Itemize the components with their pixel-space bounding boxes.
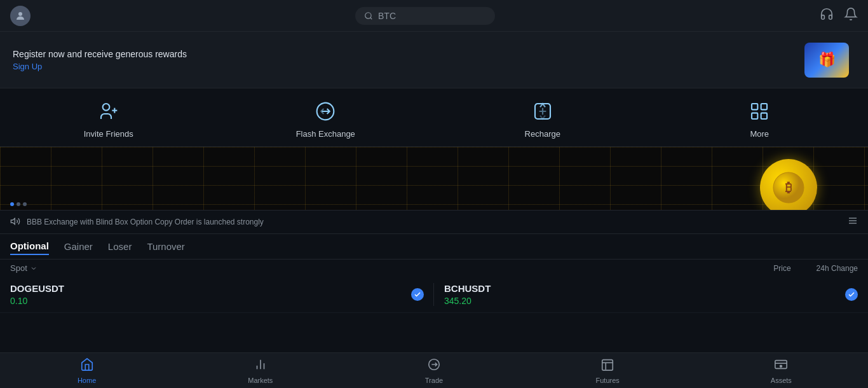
- svg-rect-9: [761, 104, 767, 109]
- marquee-bar: BBB Exchange with Blind Box Option Copy …: [0, 211, 868, 234]
- market-price: 0.10: [10, 296, 64, 306]
- more-label: More: [750, 129, 769, 139]
- dot-2: [17, 202, 20, 206]
- headset-icon[interactable]: [820, 7, 834, 24]
- action-recharge[interactable]: Recharge: [492, 99, 593, 139]
- svg-point-1: [365, 12, 371, 18]
- search-bar[interactable]: [355, 7, 495, 25]
- banner-decoration: 🎁: [804, 43, 849, 78]
- more-icon: [747, 99, 772, 124]
- change-header: 24h Change: [817, 264, 858, 273]
- bell-icon[interactable]: [844, 7, 858, 24]
- svg-rect-22: [602, 359, 613, 370]
- dot-indicators: [10, 202, 27, 206]
- speaker-icon: [10, 216, 20, 228]
- nav-right: [820, 7, 858, 24]
- check-badge: [845, 288, 858, 301]
- search-icon: [364, 11, 373, 20]
- bottom-navigation: Home Markets Trade Futures: [0, 352, 868, 388]
- spot-label: Spot: [10, 263, 27, 273]
- chevron-down-icon: [30, 265, 37, 272]
- column-headers: Price 24h Change: [773, 264, 858, 273]
- assets-label: Assets: [771, 377, 792, 384]
- search-input[interactable]: [378, 11, 480, 21]
- banner-image: 🎁: [798, 41, 855, 79]
- svg-text:₿: ₿: [785, 181, 792, 195]
- market-name: DOGEUSDT: [10, 283, 64, 294]
- markets-label: Markets: [248, 377, 273, 384]
- nav-left: [10, 6, 31, 26]
- marquee-text: BBB Exchange with Blind Box Option Copy …: [27, 218, 841, 226]
- bottom-nav-futures[interactable]: Futures: [585, 357, 630, 384]
- markets-icon: [254, 357, 268, 375]
- hero-banner: ₿: [0, 147, 868, 211]
- market-tabs: Optional Gainer Loser Turnover: [0, 234, 868, 260]
- svg-point-3: [102, 104, 109, 111]
- market-item-info: DOGEUSDT 0.10: [10, 283, 64, 306]
- invite-friends-label: Invite Friends: [84, 129, 133, 139]
- check-badge: [411, 288, 424, 301]
- grid-decoration: [0, 147, 868, 210]
- svg-marker-14: [11, 218, 15, 224]
- recharge-label: Recharge: [525, 129, 560, 139]
- market-item-bchusdt[interactable]: BCHUSDT 345.20: [434, 277, 868, 313]
- price-header: Price: [773, 264, 790, 273]
- menu-icon[interactable]: [848, 216, 858, 228]
- bottom-nav-markets[interactable]: Markets: [238, 357, 283, 384]
- banner-title: Register now and receive generous reward…: [13, 49, 187, 59]
- home-icon: [80, 357, 94, 375]
- spot-filter[interactable]: Spot: [10, 263, 37, 273]
- svg-line-2: [370, 17, 372, 19]
- tab-loser[interactable]: Loser: [108, 241, 132, 254]
- svg-point-0: [18, 12, 22, 16]
- svg-rect-8: [752, 104, 757, 109]
- bottom-nav-trade[interactable]: Trade: [412, 357, 456, 384]
- bitcoin-coin: ₿: [760, 159, 817, 211]
- banner-content: Register now and receive generous reward…: [13, 49, 187, 71]
- filter-row: Spot Price 24h Change: [0, 260, 868, 277]
- trade-icon: [427, 357, 441, 375]
- svg-rect-11: [761, 113, 767, 119]
- top-navigation: [0, 0, 868, 32]
- trade-label: Trade: [425, 377, 443, 384]
- avatar[interactable]: [10, 6, 31, 26]
- market-name: BCHUSDT: [444, 283, 491, 294]
- flash-exchange-icon: [313, 99, 338, 124]
- recharge-icon: [530, 99, 555, 124]
- invite-friends-icon: [96, 99, 121, 124]
- market-price: 345.20: [444, 296, 491, 306]
- tab-turnover[interactable]: Turnover: [147, 241, 184, 254]
- bottom-nav-home[interactable]: Home: [65, 357, 109, 384]
- futures-label: Futures: [596, 377, 620, 384]
- svg-rect-10: [752, 113, 757, 119]
- promo-banner: Register now and receive generous reward…: [0, 32, 868, 88]
- market-item-dogeusdt[interactable]: DOGEUSDT 0.10: [0, 277, 434, 313]
- flash-exchange-label: Flash Exchange: [296, 129, 355, 139]
- action-more[interactable]: More: [709, 99, 810, 139]
- tab-optional[interactable]: Optional: [10, 240, 49, 255]
- market-list: DOGEUSDT 0.10 BCHUSDT 345.20: [0, 277, 868, 313]
- home-label: Home: [78, 377, 96, 384]
- market-item-info: BCHUSDT 345.20: [444, 283, 491, 306]
- action-flash-exchange[interactable]: Flash Exchange: [275, 99, 376, 139]
- svg-point-26: [780, 365, 782, 367]
- dot-3: [23, 202, 27, 206]
- futures-icon: [600, 357, 614, 375]
- signup-link[interactable]: Sign Up: [13, 62, 187, 71]
- assets-icon: [774, 357, 788, 375]
- tab-gainer[interactable]: Gainer: [64, 241, 93, 254]
- dot-1: [10, 202, 14, 206]
- bottom-nav-assets[interactable]: Assets: [759, 357, 803, 384]
- quick-actions: Invite Friends Flash Exchange Recharge: [0, 88, 868, 147]
- action-invite-friends[interactable]: Invite Friends: [58, 99, 159, 139]
